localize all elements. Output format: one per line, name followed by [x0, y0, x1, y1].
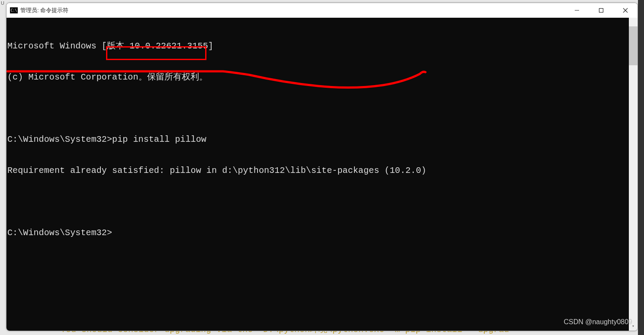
- terminal-prompt-2: C:\Windows\System32>: [6, 228, 638, 238]
- csdn-watermark: CSDN @naughty0809: [564, 317, 632, 327]
- terminal-prompt-1: C:\Windows\System32>pip install pillow: [6, 134, 638, 145]
- cmd-window: C:\ 管理员: 命令提示符 Microsoft Windows [版本 10.…: [6, 3, 638, 331]
- minimize-button[interactable]: [565, 3, 589, 18]
- terminal-output-line: Requirement already satisfied: pillow in…: [6, 166, 638, 176]
- scrollbar-thumb[interactable]: [629, 26, 638, 65]
- background-right-sliver: [638, 0, 644, 335]
- close-button[interactable]: [613, 3, 638, 18]
- prompt-path: C:\Windows\System32>: [7, 134, 112, 144]
- cmd-app-icon: C:\: [10, 7, 18, 13]
- terminal-blank: [6, 103, 638, 114]
- svg-rect-1: [599, 9, 603, 13]
- terminal-blank-2: [6, 197, 638, 207]
- terminal-area[interactable]: Microsoft Windows [版本 10.0.22621.3155] (…: [6, 18, 638, 331]
- maximize-button[interactable]: [589, 3, 613, 18]
- window-controls: [565, 3, 638, 18]
- terminal-line-version: Microsoft Windows [版本 10.0.22621.3155]: [6, 41, 638, 51]
- terminal-line-copyright: (c) Microsoft Corporation。保留所有权利。: [6, 72, 638, 83]
- scrollbar-track[interactable]: [629, 26, 638, 322]
- background-left-sliver: U: [0, 0, 6, 335]
- typed-command: pip install pillow: [112, 134, 206, 144]
- titlebar[interactable]: C:\ 管理员: 命令提示符: [6, 3, 638, 18]
- scrollbar-down-arrow[interactable]: ▾: [629, 322, 638, 331]
- window-title: 管理员: 命令提示符: [20, 6, 68, 14]
- vertical-scrollbar[interactable]: ▴ ▾: [629, 18, 638, 331]
